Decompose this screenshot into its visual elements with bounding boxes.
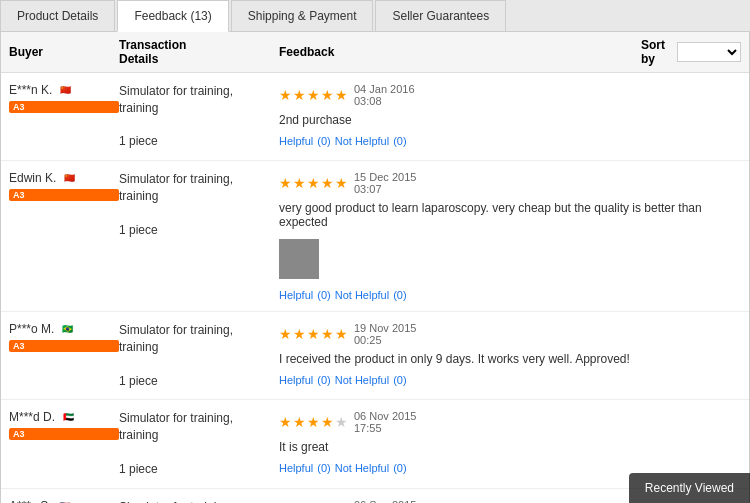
recently-viewed-button[interactable]: Recently Viewed: [629, 473, 750, 503]
star: ★: [321, 175, 334, 191]
transaction-cell: Simulator for training,training1 piece: [119, 83, 279, 150]
transaction-cell: Simulator for training,training1 piece: [119, 322, 279, 389]
helpful-count: (0): [317, 135, 330, 147]
buyer-name: M***d D.: [9, 410, 55, 424]
buyer-badge: A3: [9, 189, 119, 201]
feedback-cell: ★★★★★19 Nov 2015 00:25I received the pro…: [279, 322, 741, 386]
star-rating: ★★★★★: [279, 326, 348, 342]
not-helpful-count: (0): [393, 289, 406, 301]
content-area: Buyer TransactionDetails Feedback Sort b…: [0, 32, 750, 503]
not-helpful-button[interactable]: Not Helpful: [335, 374, 389, 386]
review-text: I received the product in only 9 days. I…: [279, 352, 741, 366]
star: ★: [307, 175, 320, 191]
review-date: 06 Sep 2015 06:12: [354, 499, 416, 503]
star: ★: [335, 414, 348, 430]
star: ★: [279, 414, 292, 430]
helpful-count: (0): [317, 374, 330, 386]
stars-row: ★★★★★19 Nov 2015 00:25: [279, 322, 741, 346]
star: ★: [307, 326, 320, 342]
helpful-row: Helpful(0)Not Helpful(0): [279, 289, 741, 301]
tab-shipping---payment[interactable]: Shipping & Payment: [231, 0, 374, 31]
review-row: Edwin K.🇨🇳A3Simulator for training,train…: [1, 161, 749, 312]
helpful-row: Helpful(0)Not Helpful(0): [279, 135, 741, 147]
helpful-count: (0): [317, 462, 330, 474]
header-feedback: Feedback: [279, 45, 641, 59]
buyer-name-row: M***d D.🇦🇪: [9, 410, 119, 424]
tabs-bar: Product DetailsFeedback (13)Shipping & P…: [0, 0, 750, 32]
buyer-name: A***s S.: [9, 499, 52, 503]
star: ★: [279, 175, 292, 191]
helpful-row: Helpful(0)Not Helpful(0): [279, 374, 741, 386]
review-row: E***n K.🇨🇳A3Simulator for training,train…: [1, 73, 749, 161]
buyer-name-row: P***o M.🇧🇷: [9, 322, 119, 336]
star-rating: ★★★★★: [279, 87, 348, 103]
star: ★: [293, 414, 306, 430]
sort-by-select[interactable]: [677, 42, 741, 62]
flag-icon: 🇦🇪: [59, 411, 77, 423]
review-image: [279, 239, 319, 279]
transaction-cell: Simulator for training,training1 piece: [119, 171, 279, 238]
helpful-button[interactable]: Helpful: [279, 289, 313, 301]
buyer-badge: A3: [9, 340, 119, 352]
review-text: It is great: [279, 440, 741, 454]
not-helpful-button[interactable]: Not Helpful: [335, 462, 389, 474]
buyer-name-row: E***n K.🇨🇳: [9, 83, 119, 97]
sort-by-label: Sort by: [641, 38, 673, 66]
helpful-button[interactable]: Helpful: [279, 462, 313, 474]
star: ★: [335, 326, 348, 342]
star-rating: ★★★★★: [279, 175, 348, 191]
review-text: very good product to learn laparoscopy. …: [279, 201, 741, 229]
feedback-cell: ★★★★★06 Nov 2015 17:55It is greatHelpful…: [279, 410, 741, 474]
flag-icon: 🇨🇳: [56, 84, 74, 96]
buyer-cell: P***o M.🇧🇷A3: [9, 322, 119, 352]
star: ★: [335, 87, 348, 103]
not-helpful-count: (0): [393, 374, 406, 386]
buyer-badge: A3: [9, 428, 119, 440]
tab-seller-guarantees[interactable]: Seller Guarantees: [375, 0, 506, 31]
star: ★: [335, 175, 348, 191]
buyer-name: E***n K.: [9, 83, 52, 97]
feedback-cell: ★★★★★15 Dec 2015 03:07very good product …: [279, 171, 741, 301]
transaction-cell: Simulator for training,training1 piece: [119, 499, 279, 503]
not-helpful-button[interactable]: Not Helpful: [335, 135, 389, 147]
star: ★: [321, 414, 334, 430]
helpful-count: (0): [317, 289, 330, 301]
stars-row: ★★★★★04 Jan 2016 03:08: [279, 83, 741, 107]
star: ★: [307, 414, 320, 430]
buyer-name-row: Edwin K.🇨🇳: [9, 171, 119, 185]
star: ★: [307, 87, 320, 103]
buyer-cell: E***n K.🇨🇳A3: [9, 83, 119, 113]
helpful-button[interactable]: Helpful: [279, 374, 313, 386]
header-buyer: Buyer: [9, 45, 119, 59]
buyer-name: P***o M.: [9, 322, 54, 336]
not-helpful-count: (0): [393, 462, 406, 474]
buyer-cell: Edwin K.🇨🇳A3: [9, 171, 119, 201]
stars-row: ★★★★★15 Dec 2015 03:07: [279, 171, 741, 195]
flag-icon: 🇧🇷: [58, 323, 76, 335]
review-date: 06 Nov 2015 17:55: [354, 410, 416, 434]
not-helpful-count: (0): [393, 135, 406, 147]
sort-by-container: Sort by: [641, 38, 741, 66]
review-date: 04 Jan 2016 03:08: [354, 83, 415, 107]
buyer-name-row: A***s S.🇺🇸: [9, 499, 119, 503]
table-header: Buyer TransactionDetails Feedback Sort b…: [1, 32, 749, 73]
stars-row: ★★★★★06 Nov 2015 17:55: [279, 410, 741, 434]
tab-product-details[interactable]: Product Details: [0, 0, 115, 31]
flag-icon: 🇨🇳: [60, 172, 78, 184]
helpful-button[interactable]: Helpful: [279, 135, 313, 147]
feedback-cell: ★★★★★04 Jan 2016 03:082nd purchaseHelpfu…: [279, 83, 741, 147]
buyer-cell: M***d D.🇦🇪A3: [9, 410, 119, 440]
star: ★: [321, 87, 334, 103]
star: ★: [293, 175, 306, 191]
tab-feedback--13-[interactable]: Feedback (13): [117, 0, 228, 32]
review-date: 15 Dec 2015 03:07: [354, 171, 416, 195]
not-helpful-button[interactable]: Not Helpful: [335, 289, 389, 301]
review-date: 19 Nov 2015 00:25: [354, 322, 416, 346]
reviews-container: E***n K.🇨🇳A3Simulator for training,train…: [1, 73, 749, 503]
header-transaction: TransactionDetails: [119, 38, 279, 66]
star-rating: ★★★★★: [279, 414, 348, 430]
transaction-cell: Simulator for training,training1 piece: [119, 410, 279, 477]
buyer-name: Edwin K.: [9, 171, 56, 185]
review-row: P***o M.🇧🇷A3Simulator for training,train…: [1, 312, 749, 400]
star: ★: [279, 87, 292, 103]
